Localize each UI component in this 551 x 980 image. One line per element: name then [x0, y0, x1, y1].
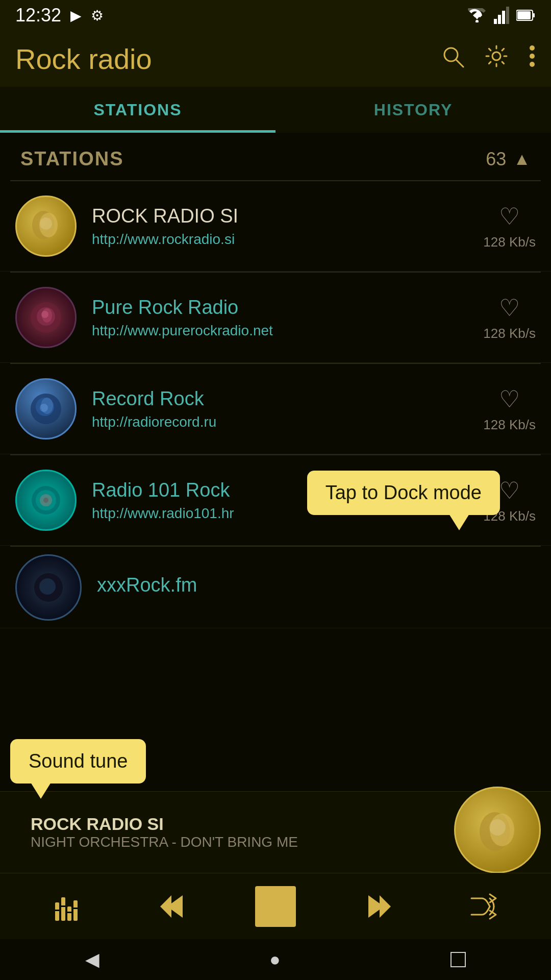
dock-mode-tooltip: Tap to Dock mode [307, 471, 500, 515]
now-playing-info: ROCK RADIO SI NIGHT ORCHESTRA - DON'T BR… [15, 814, 449, 850]
tab-stations[interactable]: STATIONS [0, 87, 276, 133]
station-avatar-2 [15, 287, 77, 348]
play-indicator-icon: ▶ [70, 7, 82, 24]
svg-rect-39 [61, 905, 65, 907]
collapse-icon[interactable]: ▲ [513, 149, 531, 169]
favorite-icon-1[interactable]: ♡ [499, 203, 520, 230]
now-playing-avatar [454, 787, 541, 873]
station-avatar-1 [15, 195, 77, 257]
station-name-3: Record Rock [92, 388, 483, 410]
prev-button[interactable] [151, 886, 192, 927]
tab-history[interactable]: HISTORY [276, 87, 551, 133]
svg-point-20 [41, 311, 48, 318]
station-info-5: xxxRock.fm [97, 574, 536, 600]
more-icon[interactable] [529, 44, 536, 74]
station-info-3: Record Rock http://radiorecord.ru [92, 388, 483, 430]
station-info-1: ROCK RADIO SI http://www.rockradio.si [92, 205, 483, 248]
svg-rect-35 [61, 897, 65, 921]
battery-icon [516, 8, 536, 22]
equalizer-button[interactable] [47, 886, 88, 927]
station-item-4[interactable]: Radio 101 Rock http://www.radio101.hr ♡ … [0, 455, 551, 546]
station-avatar-5 [15, 554, 82, 621]
svg-point-33 [489, 819, 506, 836]
station-favorite-3[interactable]: ♡ 128 Kb/s [483, 385, 536, 433]
header: Rock radio [0, 31, 551, 87]
station-url-2: http://www.purerockradio.net [92, 323, 483, 339]
station-item-5[interactable]: xxxRock.fm [0, 547, 551, 628]
now-playing-station: ROCK RADIO SI [31, 814, 439, 834]
status-bar: 12:32 ▶ ⚙ [0, 0, 551, 31]
bitrate-1: 128 Kb/s [483, 234, 536, 250]
stations-count: 63 ▲ [486, 149, 531, 170]
shuffle-button[interactable] [463, 886, 504, 927]
station-url-1: http://www.rockradio.si [92, 231, 483, 248]
station-favorite-2[interactable]: ♡ 128 Kb/s [483, 294, 536, 341]
now-playing-bar: ROCK RADIO SI NIGHT ORCHESTRA - DON'T BR… [0, 791, 551, 873]
svg-rect-41 [73, 908, 78, 909]
station-name-1: ROCK RADIO SI [92, 205, 483, 227]
svg-rect-1 [494, 19, 497, 24]
player-controls [0, 873, 551, 939]
favorite-icon-3[interactable]: ♡ [499, 385, 520, 413]
station-item-3[interactable]: Record Rock http://radiorecord.ru ♡ 128 … [0, 364, 551, 454]
stations-header: STATIONS 63 ▲ [0, 133, 551, 180]
svg-marker-43 [368, 895, 391, 918]
station-name-2: Pure Rock Radio [92, 297, 483, 318]
settings-status-icon: ⚙ [91, 7, 104, 24]
nav-bar: ◀ ● [0, 939, 551, 980]
favorite-icon-2[interactable]: ♡ [499, 294, 520, 322]
settings-icon[interactable] [485, 44, 508, 74]
station-url-3: http://radiorecord.ru [92, 414, 483, 430]
station-item[interactable]: ROCK RADIO SI http://www.rockradio.si ♡ … [0, 181, 551, 272]
status-bar-right [467, 7, 536, 24]
svg-rect-38 [55, 910, 59, 911]
nav-recents-button[interactable] [450, 952, 466, 967]
search-icon[interactable] [441, 44, 464, 74]
svg-rect-40 [67, 912, 71, 913]
svg-point-24 [40, 404, 48, 412]
station-name-5: xxxRock.fm [97, 574, 536, 596]
bitrate-3: 128 Kb/s [483, 417, 536, 433]
header-actions [441, 44, 536, 74]
station-avatar-3 [15, 378, 77, 439]
svg-line-9 [456, 60, 463, 67]
favorite-icon-4[interactable]: ♡ [499, 477, 520, 504]
svg-rect-37 [73, 900, 78, 921]
svg-point-30 [39, 578, 56, 595]
stations-section-title: STATIONS [20, 148, 123, 170]
station-avatar-4 [15, 470, 77, 531]
signal-icon [494, 7, 509, 24]
nav-home-button[interactable]: ● [269, 949, 281, 970]
status-time: 12:32 [15, 5, 61, 26]
station-item-2[interactable]: Pure Rock Radio http://www.purerockradio… [0, 273, 551, 363]
svg-rect-7 [517, 11, 531, 19]
status-bar-left: 12:32 ▶ ⚙ [15, 5, 104, 26]
svg-point-12 [530, 54, 535, 59]
station-info-2: Pure Rock Radio http://www.purerockradio… [92, 297, 483, 339]
svg-rect-6 [533, 13, 535, 17]
svg-rect-34 [55, 902, 59, 921]
svg-rect-3 [502, 11, 505, 24]
station-favorite-1[interactable]: ♡ 128 Kb/s [483, 203, 536, 250]
wifi-icon [467, 8, 487, 22]
stop-button[interactable] [255, 886, 296, 927]
app-title: Rock radio [15, 42, 152, 76]
now-playing-track: NIGHT ORCHESTRA - DON'T BRING ME [31, 834, 439, 850]
svg-rect-36 [67, 906, 71, 921]
svg-point-10 [492, 52, 500, 60]
svg-point-11 [530, 45, 535, 51]
svg-point-28 [43, 498, 48, 503]
sound-tune-tooltip: Sound tune [10, 739, 146, 783]
svg-rect-4 [506, 7, 509, 24]
next-button[interactable] [359, 886, 400, 927]
svg-rect-2 [498, 15, 501, 24]
nav-back-button[interactable]: ◀ [85, 949, 99, 970]
svg-marker-42 [160, 895, 183, 918]
bitrate-2: 128 Kb/s [483, 326, 536, 341]
tabs: STATIONS HISTORY [0, 87, 551, 133]
svg-point-16 [40, 217, 52, 230]
svg-point-0 [475, 20, 479, 22]
svg-point-13 [530, 62, 535, 67]
